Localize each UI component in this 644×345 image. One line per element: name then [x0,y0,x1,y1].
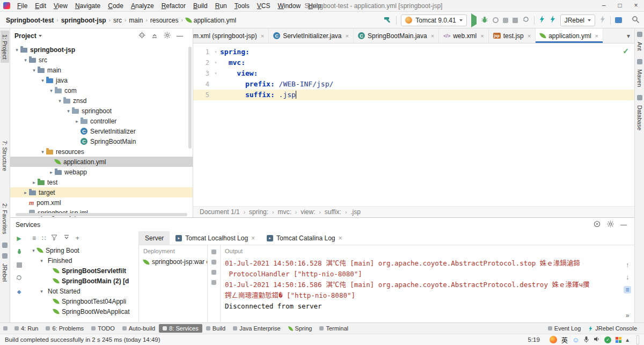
output-console[interactable]: Output 01-Jul-2021 14:50:16.528 淇℃伅 [mai… [221,245,620,322]
menu-code[interactable]: Code [104,1,127,11]
show-desktop-button[interactable] [636,335,639,344]
tree-item-application-yml[interactable]: application.yml [10,157,193,167]
ime-indicator[interactable]: 英 [561,335,568,344]
chevron-down-icon[interactable]: ▾ [38,289,45,294]
settings-gear-icon[interactable] [164,32,171,40]
debug-button[interactable] [481,16,488,25]
rerun-button[interactable] [522,16,530,25]
chevron-down-icon[interactable]: ▾ [22,57,29,63]
settings-gear-icon[interactable] [607,221,614,229]
menu-navigate[interactable]: Navigate [71,1,104,11]
j2ee-tool-icon[interactable] [2,253,8,259]
run-service-icon[interactable]: ▶ [17,236,21,241]
menu-tools[interactable]: Tools [231,1,253,11]
undeploy-action-icon[interactable] [211,260,216,265]
breadcrumb-file[interactable]: application.yml [184,17,238,24]
tray-expand-icon[interactable]: ▴ [626,336,629,343]
run-button[interactable] [471,17,477,24]
close-icon[interactable]: × [251,234,255,242]
project-header-label[interactable]: Project [14,32,36,40]
tree-item-test[interactable]: ▸ test [10,177,193,187]
menu-file[interactable]: File [13,1,31,11]
editor-tab-application-yml[interactable]: application.yml × [536,28,603,43]
chevron-right-icon[interactable]: ▸ [48,170,55,175]
filter-icon[interactable] [51,234,57,243]
restart-service-icon[interactable] [16,274,23,283]
fold-marker-icon[interactable]: ▾ [211,68,220,79]
build-hammer-icon[interactable] [384,16,392,25]
hidden-tabs-icon[interactable]: ▾ [627,32,630,40]
toolwindow-button-maven[interactable]: Maven [635,65,644,91]
close-icon[interactable]: × [339,234,342,242]
fold-marker-icon[interactable]: ▾ [211,57,220,68]
tree-item-controller[interactable]: ▸ controller [10,116,193,126]
chevron-right-icon[interactable]: ▸ [74,119,80,124]
toolwindow-button-spring[interactable]: Spring [284,324,316,333]
audio-tray-icon[interactable] [594,336,600,343]
chevron-down-icon[interactable]: ▾ [39,149,46,155]
chat-tray-icon[interactable]: ☺ [572,336,579,343]
editor-tab-test-jsp[interactable]: jsp test.jsp × [489,28,536,43]
code-line[interactable]: 3 ▾ view: [193,68,634,79]
view-options-icon[interactable]: ≡ [32,234,36,242]
toolwindow-button-terminal[interactable]: Terminal [316,324,352,333]
close-icon[interactable]: × [528,33,531,39]
close-button[interactable]: × [628,0,644,11]
toolwindow-button-jrebel[interactable]: JRebel [1,260,9,285]
code-line-current[interactable]: 5 suffix: .jsp [193,90,634,100]
deploy-action-icon[interactable] [211,249,216,254]
breadcrumb-document[interactable]: Document 1/1 [200,208,240,216]
search-everywhere-icon[interactable] [632,16,640,25]
close-icon[interactable]: × [261,33,264,39]
code-line[interactable]: 1 ▾ spring: [193,47,634,57]
editor-tab-springbootmain[interactable]: C SpringBootMain.java × [354,28,439,43]
tab-tomcat-localhost-log[interactable]: ▸ Tomcat Localhost Log × [170,231,261,245]
menu-refactor[interactable]: Refactor [158,1,189,11]
deployment-button[interactable] [615,17,622,23]
toolwindow-button-event-log[interactable]: Event Log [544,324,585,333]
service-node-app[interactable]: SpringBootServletfilt [28,266,138,276]
chevron-down-icon[interactable]: ▾ [31,68,38,73]
collapse-all-icon[interactable] [151,32,158,40]
code-line[interactable]: 4 prefix: /WEB-INF/jsp/ [193,79,634,90]
float-mode-icon[interactable] [594,221,601,229]
toolwindow-button-java-enterprise[interactable]: Java Enterprise [229,324,284,333]
hide-panel-icon[interactable]: — [177,32,183,40]
vertical-scrollbar[interactable] [188,47,192,149]
toolwindow-button-build[interactable]: Build [202,324,229,333]
refresh-action-icon[interactable] [211,270,216,275]
close-icon[interactable]: × [431,33,434,39]
hide-panel-icon[interactable]: — [620,221,627,229]
editor-tab-servletinitializer[interactable]: C ServletInitializer.java × [269,28,354,43]
breadcrumb-value[interactable]: .jsp [350,208,361,216]
chevron-down-icon[interactable]: ▾ [48,88,55,93]
breadcrumb-src[interactable]: src [112,17,123,24]
add-service-icon[interactable]: + [76,234,79,242]
code-editor[interactable]: 1 ▾ spring: 2 ▾ mvc: 3 ▾ view: 4 prefix:… [193,43,634,100]
edit-config-action-icon[interactable] [211,280,216,285]
menu-build[interactable]: Build [189,1,211,11]
close-icon[interactable]: × [346,33,349,39]
jrebel-debug-icon[interactable] [550,16,556,25]
breadcrumb-module[interactable]: springboot-jsp [60,17,108,24]
breadcrumb-main[interactable]: main [127,17,144,24]
jrebel-selector[interactable]: JRebel [560,14,595,26]
toolwindow-button-database[interactable]: Database [635,101,644,134]
toolwindow-button-run[interactable]: 4: Run [11,324,42,333]
tree-item-servletinitializer[interactable]: C ServletInitializer [10,126,193,136]
horizontal-scrollbar[interactable] [16,213,187,216]
jrebel-run-icon[interactable] [539,16,545,25]
debug-service-icon[interactable] [16,248,23,256]
service-node-app[interactable]: SpringBootWebApplicat [28,306,138,317]
chevron-right-icon[interactable]: ▸ [31,180,38,185]
toolwindow-button-todo[interactable]: TODO [87,324,119,333]
service-node-spring-boot[interactable]: ▾ Spring Boot [28,245,138,255]
menu-edit[interactable]: Edit [31,1,50,11]
editor-tab-web-xml[interactable]: </> web.xml × [439,28,488,43]
chevron-down-icon[interactable]: ▾ [39,78,46,83]
breadcrumb-mvc[interactable]: mvc: [277,208,291,216]
tree-item-main[interactable]: ▾ main [10,65,193,75]
tree-item-src[interactable]: ▾ src [10,55,193,65]
menu-vcs[interactable]: VCS [253,1,274,11]
tree-item-target[interactable]: ▸ target [10,187,193,197]
